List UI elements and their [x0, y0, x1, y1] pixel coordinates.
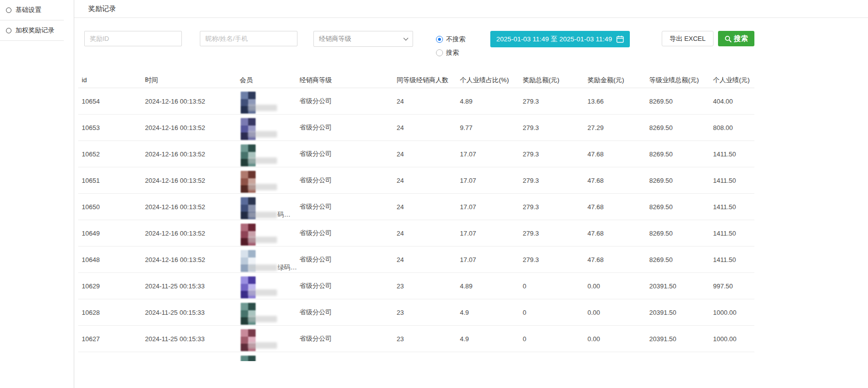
- circle-icon: [6, 28, 11, 33]
- cell-personal-performance: 1000.00: [713, 335, 754, 343]
- search-icon: [724, 35, 731, 42]
- search-button[interactable]: 搜索: [718, 31, 754, 46]
- cell-reward-total: 279.3: [523, 98, 587, 105]
- nickname-input[interactable]: [200, 31, 297, 46]
- radio-no-search-label: 不搜索: [446, 35, 465, 44]
- cell-reward-total: 279.3: [523, 256, 587, 263]
- cell-peer-count: 24: [397, 124, 460, 131]
- cell-dealer-level: 省级分公司: [299, 308, 397, 317]
- cell-time: 2024-12-16 00:13:52: [145, 177, 240, 184]
- cell-member: [240, 299, 299, 325]
- cell-personal-performance: 404.00: [713, 98, 754, 105]
- cell-time: 2024-11-25 00:15:33: [145, 282, 240, 290]
- cell-level-total: 8269.50: [649, 150, 713, 158]
- cell-member: [240, 220, 299, 246]
- cell-peer-count: 24: [397, 98, 460, 105]
- radio-unchecked-icon: [436, 49, 443, 56]
- member-name-suffix: 码…: [278, 210, 290, 219]
- dealer-level-select-value: 经销商等级: [319, 34, 351, 43]
- cell-reward-total: 0: [523, 309, 587, 316]
- search-mode-radio-group: 不搜索 搜索: [436, 31, 465, 57]
- cell-personal-performance: 1411.50: [713, 230, 754, 237]
- cell-peer-count: 24: [397, 203, 460, 211]
- cell-personal-ratio: 9.77: [460, 124, 523, 131]
- cell-reward-amount: 0.00: [587, 335, 649, 343]
- column-header: id: [82, 76, 145, 84]
- cell-member: [240, 167, 299, 193]
- cell-time: 2024-12-16 00:13:52: [145, 150, 240, 158]
- cell-reward-amount: 47.68: [587, 150, 649, 158]
- cell-member: [240, 326, 299, 352]
- cell-id: 10648: [82, 256, 145, 263]
- cell-personal-performance: 1411.50: [713, 203, 754, 211]
- cell-dealer-level: 省级分公司: [299, 149, 397, 158]
- cell-dealer-level: 省级分公司: [299, 229, 397, 238]
- cell-member: 码…: [240, 194, 299, 220]
- column-header: 个人业绩占比(%): [460, 76, 523, 85]
- cell-personal-performance: 1000.00: [713, 309, 754, 316]
- radio-search[interactable]: 搜索: [436, 48, 465, 57]
- sidebar-item-label: 基础设置: [15, 5, 41, 14]
- date-range-button[interactable]: 2025-01-03 11:49 至 2025-01-03 11:49: [490, 31, 630, 47]
- table-row: 10653 2024-12-16 00:13:52 省级分公司 24 9.77 …: [78, 115, 754, 141]
- cell-level-total: 20391.50: [649, 335, 713, 343]
- cell-level-total: 20391.50: [649, 282, 713, 290]
- cell-reward-total: 279.3: [523, 124, 587, 131]
- cell-peer-count: 24: [397, 150, 460, 158]
- cell-level-total: 8269.50: [649, 124, 713, 131]
- export-excel-button[interactable]: 导出 EXCEL: [662, 31, 714, 46]
- radio-no-search[interactable]: 不搜索: [436, 35, 465, 44]
- reward-id-input[interactable]: [84, 31, 182, 46]
- dealer-level-select[interactable]: 经销商等级: [313, 31, 413, 47]
- member-name-blurred: [248, 184, 277, 190]
- table-row: 10649 2024-12-16 00:13:52 省级分公司 24 17.07…: [78, 220, 754, 247]
- cell-personal-ratio: 17.07: [460, 150, 523, 158]
- table-row: 10629 2024-11-25 00:15:33 省级分公司 23 4.89 …: [78, 273, 754, 299]
- column-header: 会员: [240, 76, 299, 85]
- cell-personal-ratio: 17.07: [460, 203, 523, 211]
- column-header: 经销商等级: [299, 76, 397, 85]
- cell-personal-performance: 808.00: [713, 124, 754, 131]
- cell-personal-performance: 1411.50: [713, 150, 754, 158]
- cell-dealer-level: 省级分公司: [299, 281, 397, 290]
- cell-id: 10651: [82, 177, 145, 184]
- cell-reward-amount: 47.68: [587, 256, 649, 263]
- member-name-blurred: [248, 212, 277, 218]
- cell-personal-ratio: 4.9: [460, 309, 523, 316]
- cell-peer-count: 23: [397, 282, 460, 290]
- cell-personal-ratio: 17.07: [460, 256, 523, 263]
- cell-id: 10649: [82, 230, 145, 237]
- table-body: 10654 2024-12-16 00:13:52 省级分公司 24 4.89 …: [78, 88, 754, 361]
- cell-dealer-level: 省级分公司: [299, 123, 397, 132]
- table-row: 10651 2024-12-16 00:13:52 省级分公司 24 17.07…: [78, 167, 754, 194]
- cell-time: 2024-11-25 00:15:33: [145, 309, 240, 316]
- cell-id: 10653: [82, 124, 145, 131]
- radio-search-label: 搜索: [446, 48, 459, 57]
- cell-dealer-level: 省级分公司: [299, 255, 397, 264]
- cell-id: 10627: [82, 335, 145, 343]
- table-row: 10652 2024-12-16 00:13:52 省级分公司 24 17.07…: [78, 141, 754, 167]
- table-row: 10654 2024-12-16 00:13:52 省级分公司 24 4.89 …: [78, 88, 754, 115]
- radio-checked-icon: [436, 36, 443, 43]
- sidebar-item-label: 加权奖励记录: [15, 26, 54, 35]
- cell-reward-amount: 0.00: [587, 282, 649, 290]
- sidebar-item-basic-settings[interactable]: 基础设置: [0, 0, 64, 20]
- cell-personal-performance: 997.50: [713, 282, 754, 290]
- cell-personal-ratio: 17.07: [460, 177, 523, 184]
- cell-reward-total: 0: [523, 282, 587, 290]
- cell-dealer-level: 省级分公司: [299, 176, 397, 185]
- cell-personal-ratio: 17.07: [460, 230, 523, 237]
- page-header: 奖励记录: [74, 0, 868, 18]
- cell-time: 2024-12-16 00:13:52: [145, 230, 240, 237]
- cell-personal-performance: 1411.50: [713, 177, 754, 184]
- cell-id: 10629: [82, 282, 145, 290]
- sidebar-item-weighted-reward-records[interactable]: 加权奖励记录: [0, 20, 64, 41]
- member-name-suffix: 绿码…: [278, 263, 297, 272]
- cell-level-total: 8269.50: [649, 177, 713, 184]
- main-content: 奖励记录 经销商等级 不搜索 搜索: [74, 0, 868, 388]
- circle-icon: [6, 7, 11, 13]
- reward-records-table: id 时间 会员 经销商等级 同等级经销商人数 个人业绩占比(%) 奖励总额(元…: [78, 72, 754, 361]
- chevron-down-icon: [404, 36, 409, 41]
- cell-level-total: 8269.50: [649, 256, 713, 263]
- member-avatar: [241, 356, 256, 361]
